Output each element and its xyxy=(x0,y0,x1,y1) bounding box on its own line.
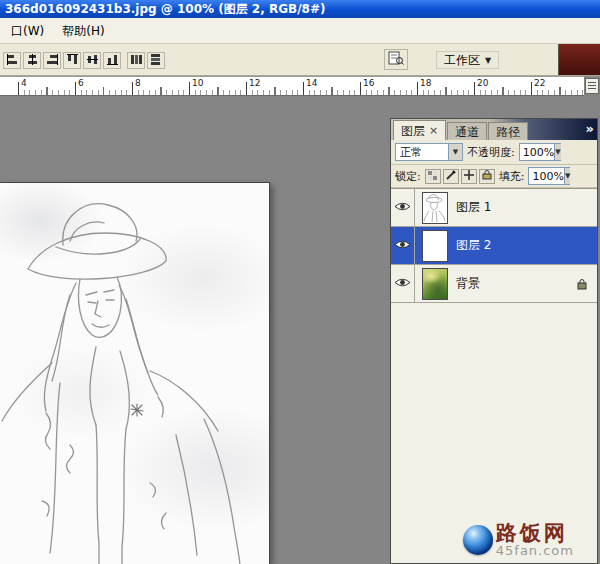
layers-panel: 图层 × 通道 路径 » 正常 ▼ 不透明度: 100% ▼ 锁定: xyxy=(390,118,598,564)
fill-value: 100% xyxy=(532,170,563,183)
align-left-button[interactable] xyxy=(3,52,21,69)
align-h-center-icon xyxy=(27,54,38,68)
align-top-icon xyxy=(67,54,78,68)
ruler-number: 4 xyxy=(21,78,27,88)
distribute-left-button[interactable] xyxy=(127,52,145,69)
blend-mode-value: 正常 xyxy=(400,145,422,160)
panel-menu-icon[interactable]: » xyxy=(586,121,594,136)
tab-close-icon[interactable]: × xyxy=(429,123,438,139)
menu-item-window[interactable]: 口(W) xyxy=(2,21,53,41)
workspace-label: 工作区 xyxy=(444,52,480,69)
layer-row[interactable]: 背景 xyxy=(391,265,597,303)
eye-icon xyxy=(394,201,411,215)
file-browser-button[interactable] xyxy=(384,49,408,70)
tab-label: 通道 xyxy=(455,124,479,140)
visibility-toggle[interactable] xyxy=(391,189,415,226)
horizontal-ruler[interactable]: 4 6 8 10 12 14 16 18 20 22 xyxy=(0,76,584,96)
watermark-text: 路饭网 45fan.com xyxy=(496,522,574,558)
move-icon xyxy=(464,170,474,183)
align-bottom-button[interactable] xyxy=(103,52,121,69)
blend-opacity-row: 正常 ▼ 不透明度: 100% ▼ xyxy=(391,140,597,165)
layer-row[interactable]: 图层 2 xyxy=(391,227,597,265)
align-v-center-icon xyxy=(87,54,98,68)
tab-channels[interactable]: 通道 xyxy=(447,122,487,140)
opacity-input[interactable]: 100% ▼ xyxy=(519,143,561,161)
menu-item-help[interactable]: 帮助(H) xyxy=(53,21,113,41)
background-lock-icon xyxy=(577,278,587,290)
align-left-icon xyxy=(7,54,18,68)
document-title-bar[interactable]: 366d016092431b3.jpg @ 100% (图层 2, RGB/8#… xyxy=(0,0,600,18)
layer-list: 图层 1 图层 2 背景 xyxy=(391,188,597,563)
chevron-down-icon: ▼ xyxy=(448,144,462,160)
watermark-logo-ball xyxy=(463,525,493,555)
file-browser-icon xyxy=(388,51,404,68)
lock-label: 锁定: xyxy=(395,169,421,184)
palette-well xyxy=(558,44,600,75)
layer-name: 图层 2 xyxy=(456,237,491,254)
layer-row[interactable]: 图层 1 xyxy=(391,189,597,227)
layer-thumbnail[interactable] xyxy=(422,268,448,300)
ruler-number: 18 xyxy=(420,78,431,88)
brush-icon xyxy=(446,170,456,183)
distribute-group xyxy=(127,52,165,69)
align-button-group xyxy=(3,52,61,69)
lock-all-button[interactable] xyxy=(479,169,495,184)
chevron-down-icon: ▼ xyxy=(554,144,560,160)
eye-icon xyxy=(394,239,411,253)
tab-label: 图层 xyxy=(401,123,425,139)
layer-thumbnail[interactable] xyxy=(422,230,448,262)
align-bottom-icon xyxy=(107,54,118,68)
align-v-center-button[interactable] xyxy=(83,52,101,69)
lock-icon xyxy=(482,169,492,183)
list-lines-icon xyxy=(588,82,596,90)
ruler-number: 14 xyxy=(306,78,317,88)
ruler-number: 16 xyxy=(363,78,374,88)
ruler-corner-button[interactable] xyxy=(585,78,599,94)
title-text: 366d016092431b3.jpg @ 100% (图层 2, RGB/8#… xyxy=(5,2,325,16)
workspace-button[interactable]: 工作区 ▼ xyxy=(436,51,499,69)
palette-tab-strip: 图层 × 通道 路径 » xyxy=(391,119,597,140)
align-right-icon xyxy=(47,54,58,68)
lock-image-button[interactable] xyxy=(443,169,459,184)
checkerboard-icon xyxy=(428,170,437,183)
align-h-center-button[interactable] xyxy=(23,52,41,69)
chevron-down-icon: ▼ xyxy=(564,168,570,184)
chevron-down-icon: ▼ xyxy=(485,56,491,65)
ruler-number: 10 xyxy=(192,78,203,88)
tab-layers[interactable]: 图层 × xyxy=(393,120,446,140)
distribute-center-icon xyxy=(151,54,162,68)
photoshop-window: 366d016092431b3.jpg @ 100% (图层 2, RGB/8#… xyxy=(0,0,600,564)
visibility-toggle[interactable] xyxy=(391,265,415,302)
ruler-number: 20 xyxy=(477,78,488,88)
options-bar: 工作区 ▼ xyxy=(0,44,600,76)
layer-name: 背景 xyxy=(456,275,480,292)
align-vertical-group xyxy=(63,52,121,69)
layer-thumbnail[interactable] xyxy=(422,192,448,224)
ruler-number: 12 xyxy=(249,78,260,88)
thumbnail-sketch xyxy=(423,193,447,223)
menu-bar: 口(W) 帮助(H) xyxy=(0,18,600,44)
document-canvas[interactable] xyxy=(0,182,270,564)
opacity-label: 不透明度: xyxy=(467,145,515,160)
watermark: 路饭网 45fan.com xyxy=(463,522,574,558)
tab-paths[interactable]: 路径 xyxy=(488,122,528,140)
visibility-toggle[interactable] xyxy=(391,227,415,264)
fill-label: 填充: xyxy=(499,169,525,184)
lock-position-button[interactable] xyxy=(461,169,477,184)
align-right-button[interactable] xyxy=(43,52,61,69)
sketch-artwork xyxy=(0,183,270,564)
ruler-number: 8 xyxy=(135,78,141,88)
lock-transparency-button[interactable] xyxy=(425,169,441,184)
lock-toggle-group xyxy=(425,169,495,184)
distribute-center-button[interactable] xyxy=(147,52,165,69)
fill-input[interactable]: 100% ▼ xyxy=(528,167,570,185)
tab-label: 路径 xyxy=(496,124,520,140)
ruler-number: 6 xyxy=(78,78,84,88)
eye-icon xyxy=(394,277,411,291)
ruler-number: 22 xyxy=(534,78,545,88)
blend-mode-select[interactable]: 正常 ▼ xyxy=(395,143,463,161)
opacity-value: 100% xyxy=(523,146,554,159)
align-top-button[interactable] xyxy=(63,52,81,69)
watermark-site-url: 45fan.com xyxy=(496,544,574,558)
layer-name: 图层 1 xyxy=(456,199,491,216)
